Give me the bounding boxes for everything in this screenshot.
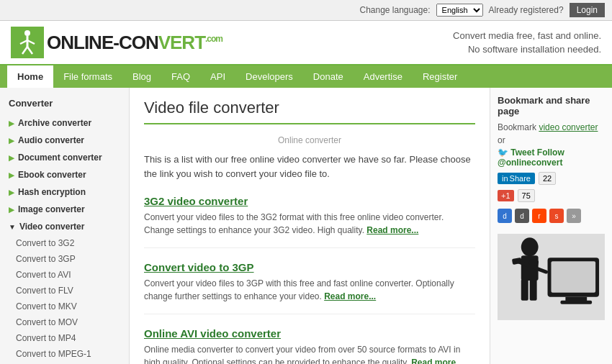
right-sidebar: Bookmark and share page Bookmark video c… xyxy=(490,88,612,364)
svg-line-4 xyxy=(22,47,27,54)
nav-blog[interactable]: Blog xyxy=(122,65,161,88)
sidebar-label-audio: Audio converter xyxy=(18,135,84,145)
bookmark-video-link[interactable]: video converter xyxy=(539,122,598,132)
sidebar-item-archive[interactable]: ▶ Archive converter xyxy=(0,114,129,132)
arrow-down-icon: ▼ xyxy=(9,223,16,231)
tagline-line1: Convert media free, fast and online. xyxy=(453,29,601,43)
advertisement-area xyxy=(498,234,605,320)
nav-api[interactable]: API xyxy=(200,65,235,88)
change-language-label: Change language: xyxy=(359,5,430,15)
converter-desc-avi: Online media converter to convert your v… xyxy=(144,343,475,364)
main-layout: Converter ▶ Archive converter ▶ Audio co… xyxy=(0,88,612,364)
sidebar-subitem-3g2[interactable]: Convert to 3G2 xyxy=(0,235,129,251)
linkedin-label: Share xyxy=(510,174,531,183)
converter-title-3gp[interactable]: Convert video to 3GP xyxy=(144,261,475,273)
sidebar: Converter ▶ Archive converter ▶ Audio co… xyxy=(0,88,130,364)
read-more-3gp[interactable]: Read more... xyxy=(324,291,376,301)
logo-icon xyxy=(11,27,44,58)
sidebar-subitem-mov[interactable]: Convert to MOV xyxy=(0,314,129,330)
svg-point-0 xyxy=(24,30,30,36)
social-icon-group: d d r s » xyxy=(498,209,581,223)
svg-rect-15 xyxy=(560,300,592,304)
sidebar-subitem-mp4[interactable]: Convert to MP4 xyxy=(0,330,129,346)
converter-item-3gp: Convert video to 3GP Convert your video … xyxy=(144,261,475,314)
nav-faq[interactable]: FAQ xyxy=(161,65,200,88)
main-nav: Home File formats Blog FAQ API Developer… xyxy=(0,65,612,88)
sidebar-item-image[interactable]: ▶ Image converter xyxy=(0,201,129,218)
linkedin-icon: in xyxy=(502,174,508,183)
converter-desc-3g2: Convert your video files to the 3G2 form… xyxy=(144,211,475,237)
sidebar-label-ebook: Ebook converter xyxy=(18,170,86,180)
sidebar-label-image: Image converter xyxy=(18,204,85,214)
converter-title-3g2[interactable]: 3G2 video converter xyxy=(144,195,475,207)
converter-title-avi[interactable]: Online AVI video converter xyxy=(144,327,475,340)
digg-icon[interactable]: d xyxy=(515,209,529,223)
converter-desc-3gp: Convert your video files to 3GP with thi… xyxy=(144,277,475,303)
page-title: Video file converter xyxy=(144,99,475,117)
sidebar-item-video[interactable]: ▼ Video converter xyxy=(0,218,129,235)
linkedin-share-button[interactable]: in Share xyxy=(498,173,535,184)
stumbleupon-icon[interactable]: s xyxy=(549,209,564,223)
svg-point-6 xyxy=(521,237,539,256)
read-more-avi[interactable]: Read more... xyxy=(411,358,463,364)
arrow-icon: ▶ xyxy=(9,137,14,145)
sidebar-subitem-mpeg1[interactable]: Convert to MPEG-1 xyxy=(0,346,129,362)
svg-rect-10 xyxy=(521,278,528,300)
gplus-button[interactable]: +1 xyxy=(498,190,514,201)
bookmark-title: Bookmark and share page xyxy=(498,95,605,117)
read-more-3g2[interactable]: Read more... xyxy=(366,225,418,235)
linkedin-share-count: 22 xyxy=(539,172,556,185)
nav-register[interactable]: Register xyxy=(413,65,467,88)
nav-home[interactable]: Home xyxy=(7,65,53,88)
tagline-line2: No software installation needed. xyxy=(453,42,601,57)
logo[interactable]: ONLINE-CONVERT.com xyxy=(11,27,222,58)
svg-line-5 xyxy=(27,47,32,54)
svg-rect-11 xyxy=(530,278,537,300)
or-text: or xyxy=(498,135,605,145)
sidebar-label-archive: Archive converter xyxy=(18,118,91,128)
online-converter-label: Online converter xyxy=(144,135,475,145)
social-buttons: in Share 22 xyxy=(498,172,605,185)
gplus-buttons: +1 75 d d r s » xyxy=(498,189,605,223)
nav-file-formats[interactable]: File formats xyxy=(53,65,122,88)
sidebar-subitem-3gp[interactable]: Convert to 3GP xyxy=(0,251,129,267)
sidebar-item-document[interactable]: ▶ Document converter xyxy=(0,149,129,166)
more-social-icon[interactable]: » xyxy=(567,209,581,223)
sidebar-label-hash: Hash encryption xyxy=(18,187,86,197)
delicious-icon[interactable]: d xyxy=(498,209,512,223)
nav-advertise[interactable]: Advertise xyxy=(354,65,413,88)
bookmark-text: Bookmark video converter xyxy=(498,122,605,132)
sidebar-label-video: Video converter xyxy=(19,222,84,232)
main-content: Video file converter Online converter Th… xyxy=(130,88,490,364)
top-bar: Change language: English Already registe… xyxy=(0,0,612,21)
sidebar-subitem-avi[interactable]: Convert to AVI xyxy=(0,267,129,283)
sidebar-label-document: Document converter xyxy=(18,153,102,163)
intro-text: This is a list with our free online vide… xyxy=(144,153,475,181)
converter-item-3g2: 3G2 video converter Convert your video f… xyxy=(144,195,475,248)
arrow-icon: ▶ xyxy=(9,171,14,179)
arrow-icon: ▶ xyxy=(9,154,14,162)
logo-text: ONLINE-CONVERT.com xyxy=(47,32,222,54)
sidebar-item-ebook[interactable]: ▶ Ebook converter xyxy=(0,166,129,183)
reddit-icon[interactable]: r xyxy=(532,209,546,223)
green-divider xyxy=(144,123,475,124)
language-select[interactable]: English xyxy=(436,4,483,17)
gplus-count: 75 xyxy=(518,189,535,202)
sidebar-title: Converter xyxy=(0,95,129,114)
sidebar-item-hash[interactable]: ▶ Hash encryption xyxy=(0,183,129,201)
svg-rect-13 xyxy=(552,261,596,293)
arrow-icon: ▶ xyxy=(9,206,14,214)
nav-developers[interactable]: Developers xyxy=(235,65,303,88)
converter-item-avi: Online AVI video converter Online media … xyxy=(144,327,475,364)
arrow-icon: ▶ xyxy=(9,119,14,127)
already-registered-text: Already registered? xyxy=(489,5,564,15)
sidebar-subitem-flv[interactable]: Convert to FLV xyxy=(0,283,129,299)
sidebar-subitem-mkv[interactable]: Convert to MKV xyxy=(0,299,129,314)
arrow-icon: ▶ xyxy=(9,188,14,196)
header-tagline: Convert media free, fast and online. No … xyxy=(453,29,601,57)
tweet-follow: 🐦 Tweet Follow @onlineconvert xyxy=(498,147,605,168)
login-button[interactable]: Login xyxy=(570,3,605,17)
sidebar-item-audio[interactable]: ▶ Audio converter xyxy=(0,132,129,149)
nav-donate[interactable]: Donate xyxy=(303,65,354,88)
tweet-icon: 🐦 xyxy=(498,147,508,158)
